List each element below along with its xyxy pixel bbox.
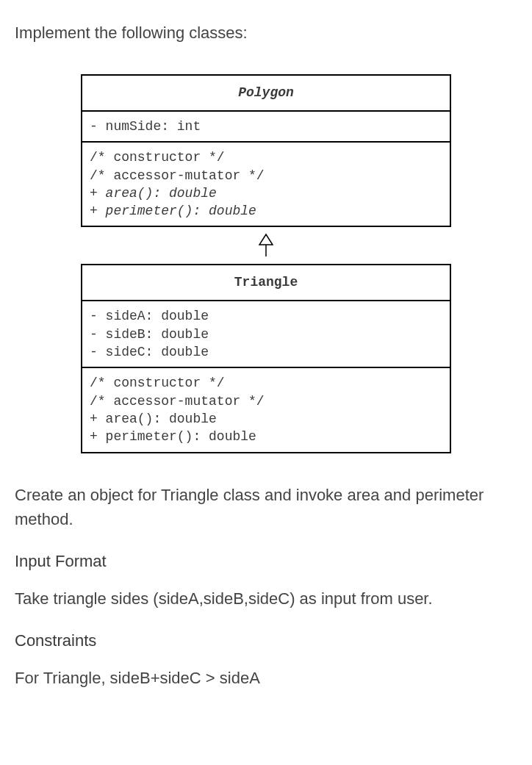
input-format-heading: Input Format — [15, 549, 517, 573]
uml-operation: /* constructor */ — [90, 374, 442, 392]
uml-operation: /* accessor-mutator */ — [90, 392, 442, 410]
uml-operation: + perimeter(): double — [90, 428, 442, 445]
uml-operation: + perimeter(): double — [90, 202, 442, 220]
input-format-text: Take triangle sides (sideA,sideB,sideC) … — [15, 586, 517, 611]
uml-triangle-header: Triangle — [82, 265, 450, 301]
uml-class-polygon: Polygon - numSide: int /* constructor */… — [81, 74, 451, 227]
inheritance-arrow — [81, 227, 451, 264]
constraints-heading: Constraints — [15, 628, 517, 653]
uml-triangle-attributes: - sideA: double - sideB: double - sideC:… — [82, 301, 450, 368]
arrow-up-icon — [258, 233, 274, 258]
uml-operation: + area(): double — [90, 184, 442, 202]
uml-polygon-attributes: - numSide: int — [82, 112, 450, 143]
svg-marker-0 — [259, 234, 273, 245]
uml-attribute: - sideA: double — [90, 307, 442, 325]
uml-operation: /* constructor */ — [90, 148, 442, 166]
constraints-text: For Triangle, sideB+sideC > sideA — [15, 666, 517, 690]
uml-operation: + area(): double — [90, 410, 442, 428]
uml-attribute: - numSide: int — [90, 118, 442, 135]
uml-attribute: - sideC: double — [90, 343, 442, 361]
uml-polygon-operations: /* constructor */ /* accessor-mutator */… — [82, 143, 450, 226]
uml-class-triangle: Triangle - sideA: double - sideB: double… — [81, 264, 451, 453]
uml-diagram-container: Polygon - numSide: int /* constructor */… — [81, 74, 451, 453]
uml-polygon-header: Polygon — [82, 76, 450, 112]
uml-operation: /* accessor-mutator */ — [90, 167, 442, 184]
instruction-text: Create an object for Triangle class and … — [15, 483, 517, 531]
uml-triangle-operations: /* constructor */ /* accessor-mutator */… — [82, 368, 450, 451]
intro-text: Implement the following classes: — [15, 21, 517, 45]
uml-attribute: - sideB: double — [90, 326, 442, 343]
